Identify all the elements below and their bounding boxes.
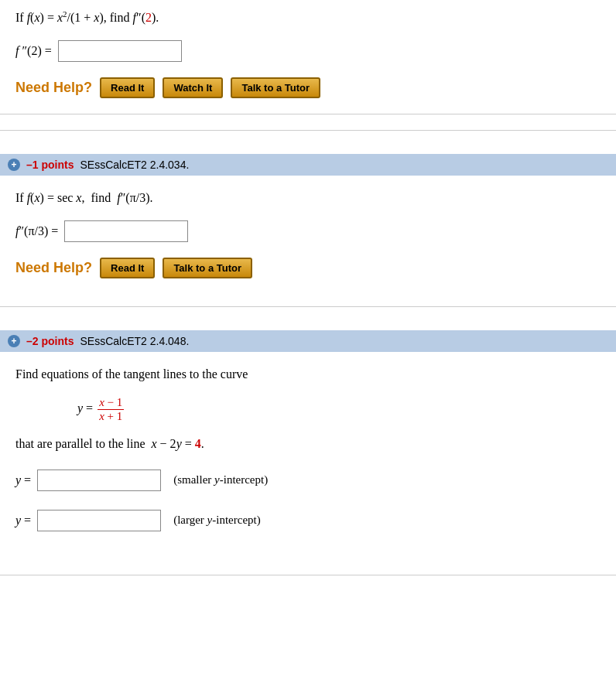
problem-3-header: + –2 points SEssCalcET2 2.4.048. <box>0 330 616 352</box>
problem-2-answer-row: f″(π/3) = <box>15 220 601 242</box>
problem-1-statement: If f(x) = x2/(1 + x), find f″(2). <box>15 8 601 28</box>
problem-3-fraction: x − 1 x + 1 <box>98 396 124 423</box>
problem-3-fraction-container: y = x − 1 x + 1 <box>77 396 601 423</box>
spacer-2 <box>0 307 616 330</box>
problem-3-hint-1: (smaller y-intercept) <box>173 473 268 487</box>
problem-1-answer-input[interactable] <box>58 40 182 62</box>
problem-1-watch-it-button[interactable]: Watch It <box>163 77 223 98</box>
problem-1-answer-label: f ″(2) = <box>15 44 52 58</box>
problem-1-need-help-label: Need Help? <box>15 80 92 96</box>
problem-2-answer-input[interactable] <box>64 220 188 242</box>
problem-2-id: SEssCalcET2 2.4.034. <box>80 159 189 171</box>
problem-1-answer-row: f ″(2) = <box>15 40 601 62</box>
problem-3-points: –2 points <box>26 335 74 347</box>
problem-3-answer-label-1: y = <box>15 473 31 487</box>
problem-2-section: + –1 points SEssCalcET2 2.4.034. If f(x)… <box>0 154 616 307</box>
problem-2-read-it-button[interactable]: Read It <box>100 258 155 278</box>
problem-2-talk-to-tutor-button[interactable]: Talk to a Tutor <box>163 258 252 278</box>
problem-3-id: SEssCalcET2 2.4.048. <box>80 335 189 347</box>
problem-3-body: Find equations of the tangent lines to t… <box>0 352 616 559</box>
problem-3-denominator: x + 1 <box>98 410 124 423</box>
problem-3-answer-input-2[interactable] <box>37 510 161 531</box>
problem-3-answer-input-1[interactable] <box>37 470 161 491</box>
problem-2-need-help-label: Need Help? <box>15 260 92 276</box>
problem-1-talk-to-tutor-button[interactable]: Talk to a Tutor <box>231 77 320 98</box>
problem-1-help-row: Need Help? Read It Watch It Talk to a Tu… <box>15 77 601 98</box>
problem-2-help-row: Need Help? Read It Talk to a Tutor <box>15 258 601 278</box>
plus-icon-3: + <box>8 335 20 347</box>
problem-1-section: If f(x) = x2/(1 + x), find f″(2). f ″(2)… <box>0 0 616 131</box>
problem-3-statement-line1: Find equations of the tangent lines to t… <box>15 364 601 384</box>
problem-2-points: –1 points <box>26 159 74 171</box>
problem-3-hint-2: (larger y-intercept) <box>173 514 261 527</box>
spacer-1 <box>0 131 616 154</box>
problem-3-numerator: x − 1 <box>98 396 124 410</box>
problem-3-answer-label-2: y = <box>15 514 31 528</box>
problem-2-statement: If f(x) = sec x, find f″(π/3). <box>15 188 601 208</box>
problem-3-answer-row-2: y = (larger y-intercept) <box>15 510 601 531</box>
plus-icon: + <box>8 159 20 171</box>
problem-2-body: If f(x) = sec x, find f″(π/3). f″(π/3) =… <box>0 176 616 291</box>
problem-3-y-prefix: y = <box>77 401 96 415</box>
problem-2-header: + –1 points SEssCalcET2 2.4.034. <box>0 154 616 176</box>
problem-3-answer-row-1: y = (smaller y-intercept) <box>15 470 601 491</box>
problem-3-statement-line2: that are parallel to the line x − 2y = 4… <box>15 434 601 454</box>
problem-3-answers-container: y = (smaller y-intercept) y = (larger y-… <box>15 470 601 531</box>
problem-1-body: If f(x) = x2/(1 + x), find f″(2). f ″(2)… <box>0 0 616 114</box>
problem-1-read-it-button[interactable]: Read It <box>100 77 155 98</box>
problem-2-answer-label: f″(π/3) = <box>15 224 58 238</box>
problem-3-section: + –2 points SEssCalcET2 2.4.048. Find eq… <box>0 330 616 575</box>
